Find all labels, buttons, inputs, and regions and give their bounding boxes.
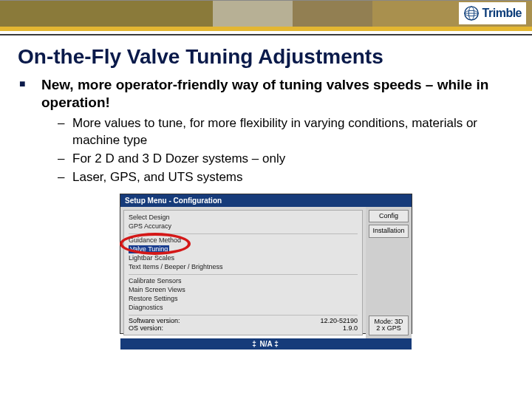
bullet-list-level2: More values to tune, for more flexibilit… xyxy=(41,115,514,186)
slide-banner: Trimble xyxy=(0,0,532,27)
menu-item-gps-accuracy[interactable]: GPS Accuracy xyxy=(129,222,358,231)
updown-icon: ‡ xyxy=(274,340,280,348)
bullet-item: New, more operator-friendly way of tunin… xyxy=(33,76,514,186)
brand-logo: Trimble xyxy=(459,2,526,24)
embedded-screenshot-wrap: Setup Menu - Configuration Select Design… xyxy=(18,194,514,334)
menu-divider xyxy=(129,274,358,275)
menu-item-restore-settings[interactable]: Restore Settings xyxy=(129,295,358,303)
menu-item-valve-tuning-label: Valve Tuning xyxy=(129,245,169,253)
globe-icon xyxy=(463,5,480,21)
os-version-value: 1.9.0 xyxy=(343,324,358,332)
subbullet-item: More values to tune, for more flexibilit… xyxy=(71,115,514,149)
subbullet-text: More values to tune, for more flexibilit… xyxy=(72,116,477,147)
menu-item-text-brightness[interactable]: Text Items / Beeper / Brightness xyxy=(129,263,358,271)
footer-text: N/A xyxy=(260,340,273,348)
menu-item-select-design[interactable]: Select Design xyxy=(129,214,358,222)
slide-title: On-the-Fly Valve Tuning Adjustments xyxy=(18,46,511,69)
menu-panel: Select Design GPS Accuracy Guidance Meth… xyxy=(123,210,363,335)
menu-item-lightbar-scales[interactable]: Lightbar Scales xyxy=(129,254,358,262)
window-titlebar: Setup Menu - Configuration xyxy=(120,194,412,207)
mode-button[interactable]: Mode: 3D 2 x GPS xyxy=(369,316,409,335)
window-body: Select Design GPS Accuracy Guidance Meth… xyxy=(120,207,412,338)
window-footer: ‡ N/A ‡ xyxy=(120,338,412,349)
bullet-list-level1: New, more operator-friendly way of tunin… xyxy=(18,76,514,186)
subbullet-item: Laser, GPS, and UTS systems xyxy=(71,169,514,186)
installation-button[interactable]: Installation xyxy=(369,225,409,237)
subbullet-item: For 2 D and 3 D Dozer systems – only xyxy=(71,151,514,168)
accent-strip xyxy=(0,27,532,31)
version-block: Software version: 12.20-52190 OS version… xyxy=(129,313,358,332)
menu-divider xyxy=(129,233,358,234)
bullet-text: New, more operator-friendly way of tunin… xyxy=(41,77,488,110)
software-version-label: Software version: xyxy=(129,317,180,324)
os-version-label: OS version: xyxy=(129,324,163,332)
menu-item-diagnostics[interactable]: Diagnostics xyxy=(129,304,358,312)
config-button[interactable]: Config xyxy=(369,210,409,222)
software-version-value: 12.20-52190 xyxy=(320,317,358,324)
menu-item-valve-tuning[interactable]: Valve Tuning xyxy=(129,245,358,253)
menu-item-guidance-method[interactable]: Guidance Method xyxy=(129,236,358,245)
subbullet-text: Laser, GPS, and UTS systems xyxy=(72,170,243,184)
menu-item-calibrate-sensors[interactable]: Calibrate Sensors xyxy=(129,277,358,285)
menu-item-main-screen-views[interactable]: Main Screen Views xyxy=(129,286,358,294)
brand-name: Trimble xyxy=(482,7,522,20)
slide-content: On-the-Fly Valve Tuning Adjustments New,… xyxy=(0,35,532,334)
side-buttons: Config Installation Mode: 3D 2 x GPS xyxy=(366,207,412,338)
setup-menu-window: Setup Menu - Configuration Select Design… xyxy=(120,194,412,334)
menu-divider xyxy=(129,315,358,316)
subbullet-text: For 2 D and 3 D Dozer systems – only xyxy=(72,151,285,166)
updown-icon: ‡ xyxy=(252,340,258,348)
